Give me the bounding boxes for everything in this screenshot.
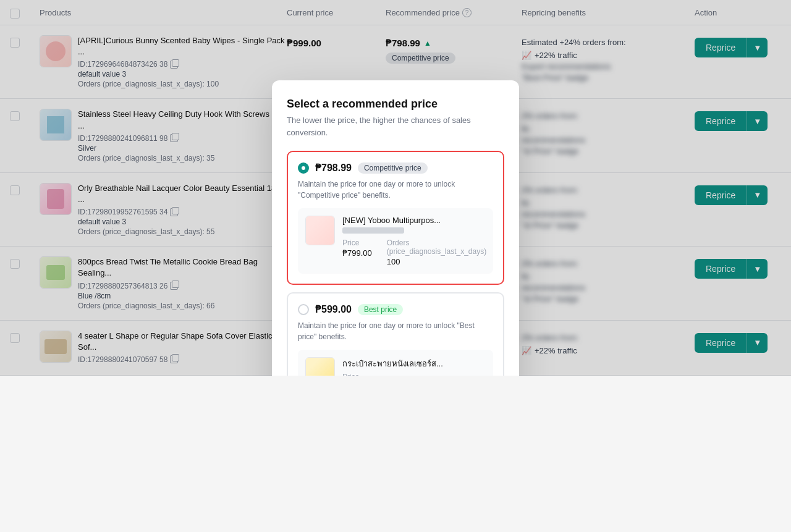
option1-orders-value: 100 (387, 257, 486, 266)
option1-competitor-image-inner (306, 216, 334, 245)
option1-orders-detail: Orders (price_diagnosis_last_x_days) 100 (387, 239, 486, 266)
option1-price-label: Price (342, 239, 372, 247)
option1-radio[interactable] (298, 163, 309, 174)
option1-competitor-info: [NEW] Yoboo Multipurpos... Price ₱799.00… (342, 216, 486, 266)
modal-title: Select a recommended price (287, 98, 504, 111)
option1-competitor-details: Price ₱799.00 Orders (price_diagnosis_la… (342, 239, 486, 266)
option2-badge: Best price (358, 304, 403, 315)
option2-price-label: Price (342, 373, 372, 376)
option2-competitor-name: กระเป๋าสะพายหนังเลเซอร์ส... (342, 357, 486, 370)
competitive-price-option[interactable]: ₱798.99 Competitive price Maintain the p… (287, 151, 504, 285)
option1-orders-label: Orders (price_diagnosis_last_x_days) (387, 239, 486, 256)
option1-price-detail: Price ₱799.00 (342, 239, 372, 266)
option1-price-value: ₱799.00 (342, 248, 372, 258)
option1-competitor-name: [NEW] Yoboo Multipurpos... (342, 216, 486, 225)
recommended-price-modal: Select a recommended price The lower the… (272, 80, 519, 376)
option2-competitor-image-inner (306, 358, 334, 376)
option1-competitor-image (305, 216, 335, 245)
option2-competitor-details: Price ₱599.00 (342, 373, 486, 376)
modal-overlay[interactable]: Select a recommended price The lower the… (0, 0, 791, 376)
option1-description: Maintain the price for one day or more t… (298, 179, 493, 201)
best-price-option[interactable]: ₱599.00 Best price Maintain the price fo… (287, 292, 504, 376)
modal-subtitle: The lower the price, the higher the chan… (287, 114, 504, 138)
option1-competitor-card: [NEW] Yoboo Multipurpos... Price ₱799.00… (298, 208, 493, 274)
option2-price: ₱599.00 (315, 303, 352, 315)
option1-badge: Competitive price (358, 163, 428, 174)
option1-competitor-name-blur (342, 227, 404, 234)
option2-description: Maintain the price for one day or more t… (298, 320, 493, 342)
products-table: Products Current price Recommended price… (0, 0, 791, 376)
option2-radio[interactable] (298, 304, 309, 315)
option1-header: ₱798.99 Competitive price (298, 162, 493, 174)
option2-header: ₱599.00 Best price (298, 303, 493, 315)
option2-price-detail: Price ₱599.00 (342, 373, 372, 376)
option1-price: ₱798.99 (315, 162, 352, 174)
option2-competitor-card: กระเป๋าสะพายหนังเลเซอร์ส... Price ₱599.0… (298, 350, 493, 376)
option2-competitor-info: กระเป๋าสะพายหนังเลเซอร์ส... Price ₱599.0… (342, 357, 486, 376)
option2-competitor-image (305, 357, 335, 376)
